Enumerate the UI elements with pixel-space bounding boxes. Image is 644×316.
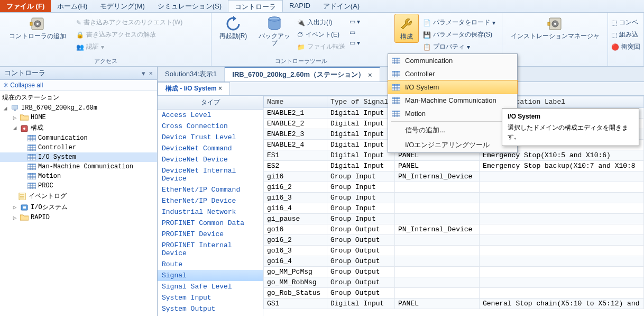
type-item[interactable]: Route	[158, 259, 263, 270]
ribbon: コントローラの追加 ✎ 書き込みアクセスのリクエスト(W) 🔒 書き込みアクセス…	[0, 13, 644, 67]
config-button[interactable]: 構成	[394, 14, 419, 43]
tab-addin[interactable]: アドイン(A)	[317, 0, 366, 12]
tree-man-machine[interactable]: Man-Machine Communication	[0, 162, 157, 171]
load-parameters[interactable]: 📄 パラメータをロード ▾	[423, 17, 495, 28]
type-item[interactable]: PROFINET Common Data	[158, 218, 263, 229]
table-row[interactable]: gi16_4Group Input	[264, 203, 644, 214]
authentication[interactable]: 👥 認証 ▾	[76, 41, 182, 52]
save-parameters[interactable]: 💾 パラメータの保存(S)	[423, 29, 495, 40]
embed[interactable]: ⬚ 組み込	[611, 29, 640, 40]
type-item[interactable]: Industrial Network	[158, 206, 263, 218]
installation-manager-button[interactable]: インストレーションマネージャ	[505, 14, 604, 42]
tree-eventlog[interactable]: イベントログ	[0, 191, 157, 202]
tree-config[interactable]: ◢構成	[0, 122, 157, 133]
cell: Group Input	[327, 171, 395, 182]
cell: Digital Input	[327, 299, 395, 309]
table-row[interactable]: gi16_3Group Input	[264, 193, 644, 203]
col-name[interactable]: Name	[264, 96, 327, 108]
release-write-access[interactable]: 🔒 書き込みアクセスの解放	[76, 29, 182, 40]
tree-io-subsystem[interactable]: ▷I/Oシステム	[0, 202, 157, 213]
type-header: タイプ	[158, 96, 263, 110]
tab-rapid[interactable]: RAPID	[283, 0, 317, 12]
backup-button[interactable]: バックアップ	[256, 14, 293, 49]
file-transfer-button[interactable]: 📁 ファイル転送	[297, 41, 345, 52]
event-button[interactable]: ⏱ イベント(E)	[297, 29, 345, 40]
tree-rapid[interactable]: ▷RAPID	[0, 213, 157, 222]
type-item[interactable]: PROFINET Internal Device	[158, 240, 263, 259]
table-row[interactable]: ES2Digital InputPANELEmergency Stop back…	[264, 161, 644, 171]
type-item[interactable]: System Input	[158, 292, 263, 303]
tree-communication[interactable]: Communication	[0, 133, 157, 143]
tab-file[interactable]: ファイル (F)	[0, 0, 51, 12]
db-icon	[265, 16, 283, 32]
close-icon[interactable]: ×	[218, 85, 222, 92]
table-row[interactable]: go16_3Group Output	[264, 246, 644, 256]
cell: PN_Internal_Device	[395, 224, 480, 235]
dd-communication[interactable]: Communication	[388, 54, 517, 67]
table-row[interactable]: go16Group OutputPN_Internal_Device	[264, 224, 644, 235]
doc-tab-solution[interactable]: Solution34:表示1	[158, 67, 225, 82]
table-row[interactable]: go16_4Group Output	[264, 256, 644, 267]
type-item[interactable]: System Output	[158, 303, 263, 314]
table-row[interactable]: go_Rob_StatusGroup Output	[264, 288, 644, 299]
type-item[interactable]: EtherNet/IP Command	[158, 184, 263, 195]
table-icon	[27, 144, 36, 151]
dd-io-system[interactable]: I/O System	[388, 80, 518, 94]
tab-home[interactable]: ホーム(H)	[51, 0, 94, 12]
cell	[395, 267, 480, 277]
close-icon[interactable]: ×	[368, 71, 372, 79]
dd-io-engineering[interactable]: I/Oエンジニアリングツール	[388, 138, 517, 152]
table-row[interactable]: GS1Digital InputPANELGeneral Stop chain(…	[264, 299, 644, 309]
conveyor[interactable]: ⬚ コンベ	[611, 17, 640, 28]
cell: go_Rob_Status	[264, 288, 327, 299]
type-item[interactable]: PROFINET Device	[158, 229, 263, 240]
collapse-all[interactable]: ✳ Collapse all	[0, 80, 157, 91]
tree-robot[interactable]: ◢IRB_6700_200kg_2.60m	[0, 103, 157, 113]
dd-separator	[391, 121, 514, 122]
dd-add-signal[interactable]: 信号の追加...	[388, 123, 517, 138]
doc-tab-station[interactable]: IRB_6700_200kg_2.60m（ステーション）×	[225, 67, 380, 82]
tree-controller[interactable]: Controller	[0, 143, 157, 152]
table-row[interactable]: go16_2Group Output	[264, 235, 644, 246]
type-item[interactable]: Signal Safe Level	[158, 281, 263, 292]
collision[interactable]: 🔴 衝突回	[611, 41, 640, 52]
type-item[interactable]: DeviceNet Internal Device	[158, 165, 263, 184]
type-item[interactable]: Device Trust Level	[158, 132, 263, 143]
tab-simulation[interactable]: シミュレーション(S)	[151, 0, 228, 12]
add-controller-button[interactable]: コントローラの追加	[3, 14, 72, 42]
tab-controller[interactable]: コントローラ	[228, 0, 283, 12]
misc-toggle-2[interactable]: ▭	[349, 28, 360, 37]
cell: gi16_4	[264, 203, 327, 214]
tree-io-system[interactable]: I/O System	[0, 152, 157, 162]
cell: PN_Internal_Device	[395, 171, 480, 182]
tab-modeling[interactable]: モデリング(M)	[94, 0, 151, 12]
type-item[interactable]: DeviceNet Device	[158, 154, 263, 165]
type-item[interactable]: Cross Connection	[158, 121, 263, 132]
panel-close-icon[interactable]: ×	[149, 69, 153, 77]
table-row[interactable]: go_MM_RobMsgGroup Output	[264, 277, 644, 288]
type-item[interactable]: DeviceNet Command	[158, 143, 263, 154]
properties[interactable]: 📋 プロパティ ▾	[423, 41, 495, 52]
dd-motion[interactable]: Motion	[388, 107, 517, 120]
tree-proc[interactable]: PROC	[0, 181, 157, 191]
tree-motion[interactable]: Motion	[0, 171, 157, 181]
tree-home[interactable]: ▷HOME	[0, 113, 157, 122]
restart-button[interactable]: 再起動(R)	[215, 14, 252, 42]
type-item[interactable]: EtherNet/IP Device	[158, 195, 263, 206]
request-write-access[interactable]: ✎ 書き込みアクセスのリクエスト(W)	[76, 17, 182, 28]
type-item[interactable]: Signal	[158, 270, 263, 281]
misc-toggle-3[interactable]: ▭ ▾	[349, 38, 360, 48]
table-row[interactable]: gi16Group InputPN_Internal_Device	[264, 171, 644, 182]
dd-controller[interactable]: Controller	[388, 67, 517, 80]
table-row[interactable]: go_MM_PcMsgGroup Output	[264, 267, 644, 277]
table-row[interactable]: gi_pauseGroup Input	[264, 214, 644, 224]
table-row[interactable]: gi16_2Group Input	[264, 182, 644, 193]
col-type[interactable]: Type of Signal	[327, 96, 395, 108]
type-item[interactable]: Access Level	[158, 110, 263, 121]
panel-dropdown-icon[interactable]: ▾	[142, 69, 145, 77]
dd-man-machine[interactable]: Man-Machine Communication	[388, 94, 517, 107]
misc-toggle-1[interactable]: ▭ ▾	[349, 17, 360, 26]
cell	[480, 214, 644, 224]
sub-tab-io[interactable]: 構成 - I/O System ×	[158, 82, 230, 95]
io-button[interactable]: 🔌 入出力(I)	[297, 17, 345, 28]
